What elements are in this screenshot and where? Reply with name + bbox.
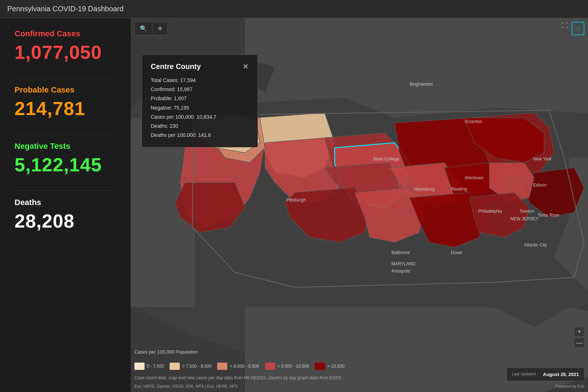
left-panel: Confirmed Cases 1,077,050 Probable Cases…	[0, 18, 131, 392]
legend-swatch-3	[265, 363, 275, 370]
popup-header: Centre County ✕	[151, 62, 249, 71]
legend-label-2: > 8,500 - 9,500	[230, 364, 259, 369]
legend-swatch-4	[315, 363, 325, 370]
legend: Cases per 100,000 Population 0 - 7,500> …	[134, 349, 584, 370]
map-area[interactable]: 🔍 ✛ ⛶ ⌂ Centre County ✕ Total Cases: 17,…	[131, 18, 588, 392]
probable-cases-block: Probable Cases 214,781	[15, 85, 116, 119]
popup-total-cases-label: Total Cases:	[151, 77, 179, 83]
popup-close-button[interactable]: ✕	[243, 62, 249, 71]
map-toolbar: 🔍 ✛	[134, 22, 168, 35]
legend-swatch-1	[170, 363, 180, 370]
negative-tests-value: 5,122,145	[15, 154, 116, 176]
legend-item-0: 0 - 7,500	[134, 363, 164, 370]
popup-deaths-per-100k: Deaths per 100,000: 141.6	[151, 131, 249, 140]
deaths-value: 28,208	[15, 210, 116, 232]
move-tool-button[interactable]: ✛	[153, 22, 167, 35]
deaths-block: Deaths 28,208	[15, 198, 116, 232]
title-bar: Pennsylvania COVID-19 Dashboard	[0, 0, 588, 18]
popup-confirmed-label: Confirmed:	[151, 86, 175, 92]
deaths-label: Deaths	[15, 198, 116, 207]
popup-deaths-per-100k-value: 141.6	[198, 132, 211, 138]
popup-content: Total Cases: 17,594 Confirmed: 15,987 Pr…	[151, 76, 249, 140]
zoom-in-button[interactable]: +	[574, 327, 584, 337]
popup-total-cases-value: 17,594	[180, 77, 196, 83]
expand-button[interactable]: ⛶	[561, 22, 568, 29]
confirmed-cases-block: Confirmed Cases 1,077,050	[15, 29, 116, 63]
negative-tests-block: Negative Tests 5,122,145	[15, 142, 116, 176]
zoom-tool-button[interactable]: 🔍	[135, 22, 153, 35]
popup-probable-value: 1,607	[174, 95, 187, 101]
legend-item-4: > 10,500	[315, 363, 344, 370]
zoom-out-button[interactable]: —	[574, 338, 584, 348]
map-attribution: Esri, HERE, Garmin, USGS, EPA, NPS | Esr…	[134, 384, 238, 388]
legend-item-2: > 8,500 - 9,500	[217, 363, 259, 370]
confirmed-cases-label: Confirmed Cases	[15, 29, 116, 38]
popup-confirmed-value: 15,987	[177, 86, 192, 92]
page-title: Pennsylvania COVID-19 Dashboard	[7, 5, 123, 13]
legend-swatch-2	[217, 363, 227, 370]
legend-label-0: 0 - 7,500	[147, 364, 164, 369]
home-button[interactable]: ⌂	[572, 22, 584, 35]
legend-item-1: > 7,500 - 8,500	[170, 363, 211, 370]
popup-deaths: Deaths: 230	[151, 122, 249, 131]
popup-probable-label: Probable:	[151, 95, 173, 101]
popup-deaths-value: 230	[170, 123, 178, 129]
popup-negative: Negative: 75,195	[151, 103, 249, 113]
footnote: Case count data, map and new cases per d…	[134, 375, 381, 381]
bottom-section: Cases per 100,000 Population 0 - 7,500> …	[134, 349, 584, 381]
divider-2	[15, 134, 116, 134]
popup-county-title: Centre County	[151, 62, 201, 71]
popup-probable: Probable: 1,607	[151, 94, 249, 103]
popup-total-cases: Total Cases: 17,594	[151, 76, 249, 85]
popup-cases-per-100k-label: Cases per 100,000:	[151, 114, 195, 120]
popup-confirmed: Confirmed: 15,987	[151, 85, 249, 94]
divider-3	[15, 190, 116, 191]
popup-cases-per-100k-value: 10,834.7	[196, 114, 216, 120]
legend-swatch-0	[134, 363, 145, 370]
popup-negative-value: 75,195	[174, 105, 189, 111]
main-content: Confirmed Cases 1,077,050 Probable Cases…	[0, 18, 588, 392]
popup-negative-label: Negative:	[151, 105, 172, 111]
probable-cases-value: 214,781	[15, 98, 116, 119]
legend-title: Cases per 100,000 Population	[134, 349, 584, 355]
popup-deaths-label: Deaths:	[151, 123, 168, 129]
confirmed-cases-value: 1,077,050	[15, 41, 116, 63]
esri-powered: Powered by Esri	[555, 384, 584, 388]
county-popup: Centre County ✕ Total Cases: 17,594 Conf…	[142, 54, 258, 147]
probable-cases-label: Probable Cases	[15, 85, 116, 95]
legend-label-3: > 9,500 - 10,500	[277, 364, 309, 369]
divider-1	[15, 78, 116, 78]
legend-label-1: > 7,500 - 8,500	[182, 364, 211, 369]
negative-tests-label: Negative Tests	[15, 142, 116, 151]
zoom-controls: + —	[574, 327, 584, 348]
legend-item-3: > 9,500 - 10,500	[265, 363, 309, 370]
popup-cases-per-100k: Cases per 100,000: 10,834.7	[151, 113, 249, 122]
legend-label-4: > 10,500	[327, 364, 344, 369]
popup-deaths-per-100k-label: Deaths per 100,000:	[151, 132, 197, 138]
